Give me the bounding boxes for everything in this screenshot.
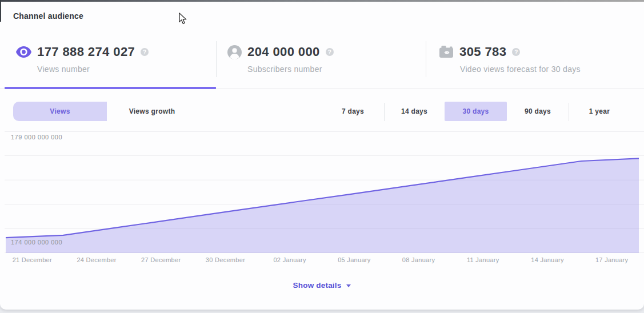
y-axis-tick-min: 174 000 000 000 xyxy=(11,239,62,246)
help-icon[interactable]: ? xyxy=(326,48,334,56)
page-title: Channel audience xyxy=(13,11,83,21)
window-corner-border xyxy=(0,0,1,22)
forecast-label: Video views forecast for 30 days xyxy=(460,65,581,74)
y-axis-tick-max: 179 000 000 000 xyxy=(11,134,62,141)
forecast-value: 305 783 xyxy=(459,45,506,59)
views-number-label: Views number xyxy=(37,65,149,74)
active-stat-underline xyxy=(5,87,216,89)
range-14-days[interactable]: 14 days xyxy=(384,102,445,121)
user-icon xyxy=(227,45,242,59)
views-number-value: 177 888 274 027 xyxy=(37,45,135,59)
range-30-days[interactable]: 30 days xyxy=(445,102,507,121)
show-details-button[interactable]: Show details xyxy=(0,281,644,290)
stat-card-views[interactable]: 177 888 274 027 ? Views number xyxy=(16,45,149,79)
tab-views[interactable]: Views xyxy=(13,102,107,121)
x-axis-tick: 11 January xyxy=(451,256,515,264)
chevron-down-icon xyxy=(346,284,351,287)
x-axis-tick: 27 December xyxy=(129,256,193,264)
range-divider xyxy=(569,103,569,121)
help-icon[interactable]: ? xyxy=(141,48,149,56)
subscribers-number-label: Subscribers number xyxy=(247,65,334,74)
range-7-days[interactable]: 7 days xyxy=(322,102,384,121)
x-axis-tick: 17 January xyxy=(579,256,644,264)
x-axis-tick: 14 January xyxy=(515,256,580,264)
stat-card-forecast[interactable]: 305 783 ? Video views forecast for 30 da… xyxy=(439,45,581,79)
camera-icon xyxy=(439,45,454,59)
x-axis-tick: 02 January xyxy=(258,256,322,264)
show-details-label: Show details xyxy=(293,281,342,290)
area-chart-canvas[interactable] xyxy=(0,131,644,253)
x-axis-tick: 24 December xyxy=(65,256,129,264)
x-axis-tick: 08 January xyxy=(386,256,451,264)
window-top-border xyxy=(0,0,644,2)
x-axis-tick: 30 December xyxy=(193,256,258,264)
stats-divider xyxy=(216,41,217,77)
range-divider xyxy=(384,103,385,121)
stat-card-subscribers[interactable]: 204 000 000 ? Subscribers number xyxy=(227,45,334,79)
x-axis-labels: 21 December 24 December 27 December 30 D… xyxy=(0,256,644,264)
x-axis-tick: 05 January xyxy=(322,256,387,264)
eye-icon xyxy=(16,46,31,58)
tab-views-growth[interactable]: Views growth xyxy=(107,102,197,121)
subscribers-number-value: 204 000 000 xyxy=(247,45,320,59)
views-area-chart[interactable]: 179 000 000 000 174 000 000 000 xyxy=(0,131,644,253)
stats-divider xyxy=(426,41,426,77)
help-icon[interactable]: ? xyxy=(512,48,520,56)
x-axis-tick: 21 December xyxy=(0,256,65,264)
range-1-year[interactable]: 1 year xyxy=(569,102,630,121)
range-90-days[interactable]: 90 days xyxy=(507,102,569,121)
channel-audience-panel: Channel audience 177 888 274 027 ? Views… xyxy=(0,0,644,313)
